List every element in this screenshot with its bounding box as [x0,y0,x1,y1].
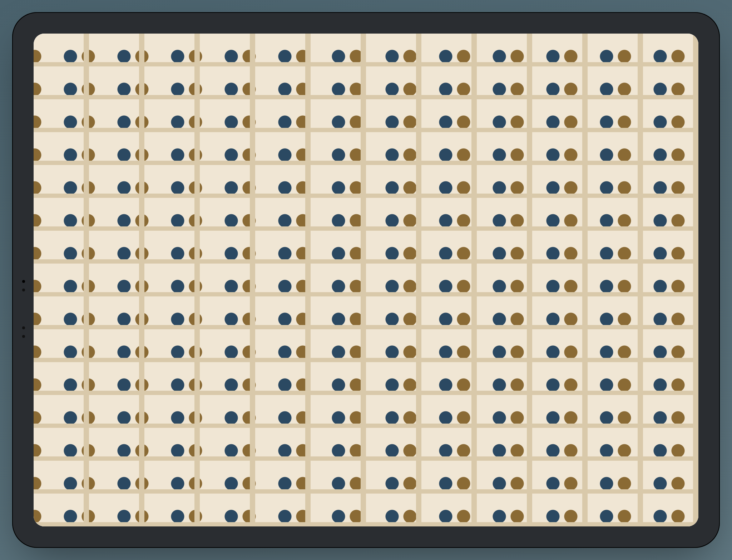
side-photo[interactable] [450,476,677,526]
tablet-frame: Click & Collect [12,12,720,548]
app-screen: Click & Collect [34,34,698,526]
